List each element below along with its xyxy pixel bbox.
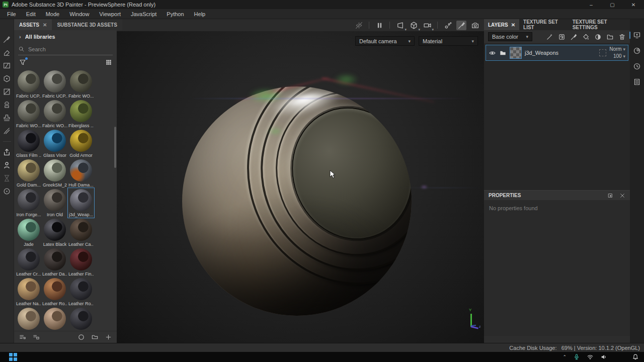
asset-item[interactable]: Leather Ro...	[68, 277, 94, 307]
smudge-icon[interactable]	[3, 87, 11, 96]
asset-item[interactable]: Gold Armor	[68, 129, 94, 158]
asset-item[interactable]: Leather Ca...	[68, 218, 94, 247]
camera-icon[interactable]: ▾	[422, 21, 432, 30]
asset-item[interactable]: Leather So...	[42, 307, 68, 331]
grid-view-icon[interactable]	[105, 59, 112, 66]
sync-icon[interactable]	[77, 333, 85, 341]
microphone-icon[interactable]	[573, 353, 580, 360]
asset-item[interactable]: Leather Fin...	[68, 247, 94, 277]
wifi-icon[interactable]	[587, 353, 594, 360]
add-fill-layer-icon[interactable]	[582, 33, 590, 41]
asset-item[interactable]: Fabric UCP...	[42, 69, 68, 99]
popout-icon[interactable]	[607, 193, 613, 199]
geometry-icon[interactable]: ▾	[409, 21, 419, 30]
asset-item[interactable]: Gold Dam...	[16, 158, 42, 188]
menu-javascript[interactable]: JavaScript	[126, 11, 162, 17]
tab-assets[interactable]: ASSETS ✕	[14, 19, 52, 30]
blend-mode-select[interactable]: Norm ▾	[609, 46, 625, 53]
asset-item[interactable]: Glass Visor	[42, 129, 68, 158]
channel-select[interactable]: Base color ▾	[488, 32, 532, 41]
render-icon[interactable]	[470, 21, 480, 30]
paint-icon[interactable]	[3, 35, 11, 44]
menu-mode[interactable]: Mode	[41, 11, 65, 17]
asset-item[interactable]: Leather Na...	[16, 277, 42, 307]
preview-sphere[interactable]	[182, 86, 412, 316]
assets-scrollbar[interactable]	[114, 127, 116, 168]
pause-icon[interactable]	[374, 21, 384, 30]
layer-mask-slot[interactable]	[599, 49, 606, 56]
display-settings-icon[interactable]	[633, 31, 641, 39]
grouped-view-icon[interactable]	[32, 333, 40, 341]
asset-item[interactable]: Fabric UCP...	[16, 69, 42, 99]
asset-item[interactable]: Iron Old	[42, 188, 68, 218]
menu-window[interactable]: Window	[64, 11, 94, 17]
asset-item[interactable]: Leather Soft...	[68, 307, 94, 331]
history-icon[interactable]	[633, 62, 641, 70]
polygon-fill-icon[interactable]	[3, 74, 11, 83]
close-button[interactable]: ✕	[623, 0, 644, 9]
tab-texture-set-settings[interactable]: TEXTURE SET SETTINGS	[569, 19, 630, 30]
camera-select[interactable]: Default camera ▾	[355, 36, 415, 46]
windows-start-icon[interactable]	[9, 353, 17, 361]
eraser-icon[interactable]	[3, 48, 11, 57]
resources-icon[interactable]	[3, 187, 11, 196]
list-view-icon[interactable]	[19, 333, 26, 341]
menu-python[interactable]: Python	[162, 11, 189, 17]
tab-layers[interactable]: LAYERS ✕	[484, 19, 519, 30]
speaker-icon[interactable]	[600, 353, 607, 360]
asset-item[interactable]: Fiberglass ...	[68, 99, 94, 129]
search-input[interactable]: Search	[18, 43, 113, 55]
symmetry-off-icon[interactable]	[354, 21, 364, 30]
close-icon[interactable]	[619, 193, 625, 199]
visibility-eye-icon[interactable]	[489, 49, 496, 57]
filter-icon[interactable]	[19, 58, 27, 66]
add-effect-icon[interactable]	[558, 33, 566, 41]
asset-item[interactable]: j3d_Weap...	[68, 188, 94, 218]
particles-icon[interactable]	[443, 21, 453, 30]
asset-item[interactable]: Fabric WO...	[42, 99, 68, 129]
folder-icon[interactable]	[91, 333, 99, 341]
delete-icon[interactable]	[618, 33, 626, 41]
layer-thumbnail[interactable]	[510, 47, 522, 59]
asset-item[interactable]: Leather So...	[16, 307, 42, 331]
shader-settings-icon[interactable]	[633, 47, 641, 55]
asset-item[interactable]: Leather Cr...	[16, 247, 42, 277]
asset-item[interactable]: Jade	[16, 218, 42, 247]
projection-icon[interactable]	[3, 61, 11, 70]
layer-opacity-select[interactable]: 100 ▾	[613, 53, 625, 60]
layer-row[interactable]: j3d_WeaponsNorm ▾100 ▾	[486, 45, 628, 61]
add-smart-mask-icon[interactable]	[594, 33, 602, 41]
export-textures-icon[interactable]	[3, 148, 11, 156]
tab-texture-set-list[interactable]: TEXTURE SET LIST	[519, 19, 569, 30]
perspective-icon[interactable]: ▾	[395, 21, 405, 30]
asset-item[interactable]: Glass Film ...	[16, 129, 42, 158]
menu-viewport[interactable]: Viewport	[94, 11, 126, 17]
add-folder-icon[interactable]	[606, 33, 614, 41]
viewport-canvas[interactable]: Default camera ▾ Material ▾	[117, 31, 484, 343]
tab-substance-3d-assets[interactable]: SUBSTANCE 3D ASSETS	[52, 19, 122, 30]
asset-item[interactable]: Leather Ro...	[42, 277, 68, 307]
add-smart-material-icon[interactable]	[546, 33, 553, 41]
clone-icon[interactable]	[3, 101, 11, 109]
maximize-button[interactable]: ▢	[602, 0, 623, 9]
tab-close-icon[interactable]: ✕	[43, 22, 47, 28]
log-icon[interactable]	[633, 78, 641, 86]
display-mode-icon[interactable]	[3, 161, 11, 169]
material-picker-icon[interactable]	[3, 127, 11, 135]
tab-close-icon[interactable]: ✕	[511, 22, 515, 28]
menu-edit[interactable]: Edit	[21, 11, 41, 17]
add-paint-layer-icon[interactable]	[570, 33, 578, 41]
asset-item[interactable]: GreekSM_2	[42, 158, 68, 188]
timeline-icon[interactable]	[3, 174, 11, 183]
minimize-button[interactable]: –	[581, 0, 602, 9]
asset-item[interactable]: Latex Black	[42, 218, 68, 247]
stamp-icon[interactable]	[3, 114, 11, 122]
asset-item[interactable]: Leather Da...	[42, 247, 68, 277]
menu-help[interactable]: Help	[189, 11, 211, 17]
asset-item[interactable]: Hull Dama...	[68, 158, 94, 188]
paint-mode-icon[interactable]	[456, 21, 466, 30]
asset-item[interactable]: Fabric WO...	[16, 99, 42, 129]
notifications-icon[interactable]	[632, 353, 639, 360]
asset-item[interactable]: Iron Forge...	[16, 188, 42, 218]
asset-item[interactable]: Fabric WO...	[68, 69, 94, 99]
